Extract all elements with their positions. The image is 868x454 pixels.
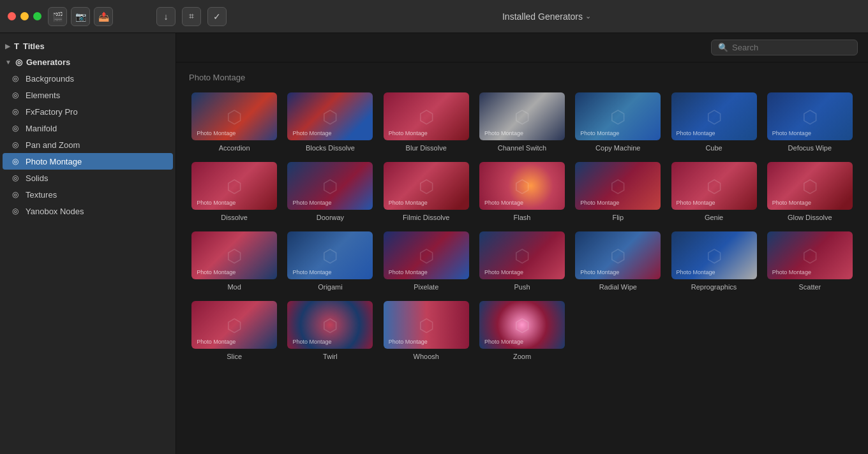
- grid-item-glow-dissolve[interactable]: Photo MontageGlow Dissolve: [762, 157, 858, 226]
- item-label-blur-dissolve: Blur Dissolve: [406, 144, 447, 152]
- sidebar-item-textures[interactable]: ◎ Textures: [3, 186, 173, 203]
- maximize-dot[interactable]: [33, 12, 41, 20]
- section-title: Photo Montage: [176, 62, 868, 87]
- thumbnail-copy-machine: Photo Montage: [575, 92, 661, 140]
- titlebar: 🎬 📷 📤 ↓ ⌗ ✓ Installed Generators ⌄: [0, 0, 868, 33]
- thumbnail-mod: Photo Montage: [191, 231, 277, 279]
- grid-item-cube[interactable]: Photo MontageCube: [666, 87, 761, 157]
- yanobox-icon: ◎: [10, 206, 20, 216]
- search-input[interactable]: [732, 43, 851, 52]
- thumbnail-scatter: Photo Montage: [767, 231, 853, 279]
- sidebar-item-pan-zoom-label: Pan and Zoom: [26, 140, 80, 150]
- item-label-scatter: Scatter: [798, 283, 821, 291]
- grid-item-accordion[interactable]: Photo MontageAccordion: [186, 87, 282, 157]
- item-label-radial-wipe: Radial Wipe: [599, 283, 637, 291]
- content-area: 🔍 Photo Montage Photo MontageAccordionPh…: [176, 33, 868, 454]
- thumbnail-doorway: Photo Montage: [287, 162, 373, 210]
- sidebar-item-backgrounds[interactable]: ◎ Backgrounds: [3, 70, 173, 87]
- thumbnail-defocus-wipe: Photo Montage: [767, 92, 853, 140]
- grid-item-slice[interactable]: Photo MontageSlice: [186, 296, 282, 365]
- grid-item-doorway[interactable]: Photo MontageDoorway: [282, 157, 378, 226]
- sidebar-item-pan-zoom[interactable]: ◎ Pan and Zoom: [3, 136, 173, 153]
- thumbnail-twirl: Photo Montage: [287, 301, 373, 349]
- elements-icon: ◎: [10, 90, 20, 100]
- sidebar-section-generators-label: Generators: [26, 57, 70, 67]
- generators-section-icon: ◎: [15, 57, 22, 67]
- camera-icon[interactable]: 📷: [71, 7, 90, 26]
- thumbnail-accordion: Photo Montage: [191, 92, 277, 140]
- textures-icon: ◎: [10, 189, 20, 200]
- minimize-dot[interactable]: [20, 12, 29, 20]
- grid-item-blocks-dissolve[interactable]: Photo MontageBlocks Dissolve: [282, 87, 378, 157]
- sidebar-item-solids-label: Solids: [26, 173, 48, 183]
- item-label-blocks-dissolve: Blocks Dissolve: [306, 144, 355, 152]
- check-button[interactable]: ✓: [207, 7, 227, 26]
- item-label-flip: Flip: [612, 214, 624, 221]
- sidebar-item-photo-montage[interactable]: ◎ Photo Montage: [3, 153, 173, 170]
- film-icon[interactable]: 🎬: [48, 7, 67, 26]
- sidebar-item-solids[interactable]: ◎ Solids: [3, 170, 173, 186]
- thumbnail-flip: Photo Montage: [575, 162, 661, 210]
- sidebar-item-backgrounds-label: Backgrounds: [26, 74, 74, 84]
- item-label-zoom: Zoom: [513, 353, 531, 360]
- thumbnail-pixelate: Photo Montage: [384, 231, 469, 279]
- item-label-flash: Flash: [514, 214, 531, 221]
- sidebar-item-yanobox[interactable]: ◎ Yanobox Nodes: [3, 203, 173, 219]
- grid-item-scatter[interactable]: Photo MontageScatter: [762, 226, 858, 296]
- sidebar-item-manifold[interactable]: ◎ Manifold: [3, 120, 173, 136]
- content-grid: Photo MontageAccordionPhoto MontageBlock…: [176, 87, 868, 376]
- grid-item-genie[interactable]: Photo MontageGenie: [666, 157, 761, 226]
- grid-item-channel-switch[interactable]: Photo MontageChannel Switch: [474, 87, 570, 157]
- grid-item-reprographics[interactable]: Photo MontageReprographics: [666, 226, 761, 296]
- item-label-mod: Mod: [227, 283, 241, 291]
- search-box[interactable]: 🔍: [711, 40, 858, 55]
- thumbnail-channel-switch: Photo Montage: [479, 92, 565, 140]
- grid-item-filmic-dissolve[interactable]: Photo MontageFilmic Dissolve: [378, 157, 474, 226]
- grid-item-defocus-wipe[interactable]: Photo MontageDefocus Wipe: [762, 87, 858, 157]
- sidebar-section-generators[interactable]: ▼ ◎ Generators: [0, 54, 176, 70]
- close-dot[interactable]: [8, 12, 16, 20]
- chevron-right-icon: ▶: [5, 43, 10, 50]
- sidebar-item-fxfactory-pro[interactable]: ◎ FxFactory Pro: [3, 103, 173, 120]
- key-button[interactable]: ⌗: [182, 7, 201, 26]
- chevron-down-icon: ▼: [5, 59, 11, 66]
- titlebar-dropdown-icon[interactable]: ⌄: [585, 12, 591, 20]
- item-label-doorway: Doorway: [317, 214, 344, 221]
- backgrounds-icon: ◎: [10, 73, 20, 84]
- share-icon[interactable]: 📤: [94, 7, 113, 26]
- titles-section-icon: T: [14, 41, 19, 51]
- grid-item-twirl[interactable]: Photo MontageTwirl: [282, 296, 378, 365]
- item-label-genie: Genie: [705, 214, 723, 221]
- titlebar-title: Installed Generators: [502, 11, 583, 22]
- grid-item-flip[interactable]: Photo MontageFlip: [570, 157, 666, 226]
- sidebar-item-yanobox-label: Yanobox Nodes: [26, 207, 84, 216]
- grid-item-mod[interactable]: Photo MontageMod: [186, 226, 282, 296]
- thumbnail-blocks-dissolve: Photo Montage: [287, 92, 373, 140]
- item-label-reprographics: Reprographics: [691, 283, 737, 291]
- item-label-twirl: Twirl: [323, 353, 338, 360]
- grid-item-zoom[interactable]: Photo MontageZoom: [474, 296, 570, 365]
- grid-item-whoosh[interactable]: Photo MontageWhoosh: [378, 296, 474, 365]
- grid-item-flash[interactable]: Photo MontageFlash: [474, 157, 570, 226]
- manifold-icon: ◎: [10, 123, 20, 133]
- solids-icon: ◎: [10, 173, 20, 183]
- grid-item-dissolve[interactable]: Photo MontageDissolve: [186, 157, 282, 226]
- thumbnail-origami: Photo Montage: [287, 231, 373, 279]
- grid-item-push[interactable]: Photo MontagePush: [474, 226, 570, 296]
- pan-zoom-icon: ◎: [10, 140, 20, 150]
- grid-item-origami[interactable]: Photo MontageOrigami: [282, 226, 378, 296]
- search-icon: 🔍: [718, 43, 728, 52]
- sidebar-item-elements[interactable]: ◎ Elements: [3, 87, 173, 103]
- thumbnail-flash: Photo Montage: [479, 162, 565, 210]
- grid-item-pixelate[interactable]: Photo MontagePixelate: [378, 226, 474, 296]
- grid-item-radial-wipe[interactable]: Photo MontageRadial Wipe: [570, 226, 666, 296]
- topbar: 🔍: [176, 33, 868, 62]
- item-label-slice: Slice: [227, 353, 242, 360]
- download-button[interactable]: ↓: [156, 7, 176, 26]
- sidebar-section-titles[interactable]: ▶ T Titles: [0, 38, 176, 54]
- item-label-origami: Origami: [318, 283, 343, 291]
- thumbnail-dissolve: Photo Montage: [191, 162, 277, 210]
- grid-item-blur-dissolve[interactable]: Photo MontageBlur Dissolve: [378, 87, 474, 157]
- thumbnail-whoosh: Photo Montage: [384, 301, 469, 349]
- grid-item-copy-machine[interactable]: Photo MontageCopy Machine: [570, 87, 666, 157]
